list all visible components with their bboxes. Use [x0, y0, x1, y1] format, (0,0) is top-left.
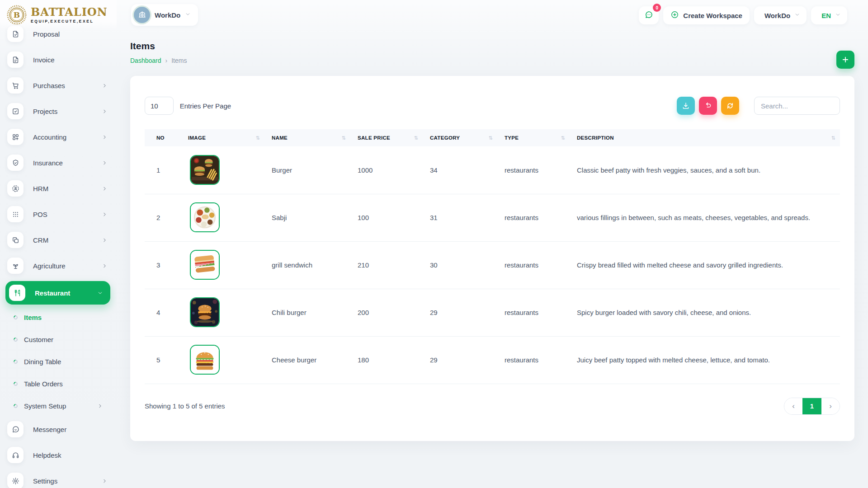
sidebar-item-label: Agriculture — [33, 262, 102, 270]
cell-type: restaurants — [497, 336, 570, 384]
item-image — [190, 250, 220, 280]
plus-circle-icon — [670, 10, 679, 20]
restaurant-icon — [9, 285, 25, 301]
table-footer: Showing 1 to 5 of 5 entries ‹ 1 › — [145, 398, 840, 415]
sidebar-item-purchases[interactable]: Purchases — [7, 75, 109, 96]
export-button[interactable] — [677, 97, 695, 115]
purchases-icon — [7, 77, 24, 94]
column-header-sale-price[interactable]: SALE PRICE⇅ — [350, 129, 423, 146]
bullet-icon — [13, 337, 19, 343]
topbar-actions: 0 Create Workspace WorkDo EN — [639, 6, 847, 24]
table-row: 4Chili burger20029restaurantsSpicy burge… — [145, 289, 840, 336]
items-card: 10 Entries Per Page NOIMAGE⇅NAME⇅SALE PR… — [130, 76, 854, 441]
cell-description: Spicy burger loaded with savory chili, c… — [570, 289, 840, 336]
search-input[interactable] — [754, 97, 840, 115]
pagination-page-1[interactable]: 1 — [802, 398, 821, 414]
workspace-avatar — [134, 7, 150, 23]
sidebar-item-accounting[interactable]: Accounting — [7, 127, 109, 147]
entries-value: 10 — [151, 102, 158, 110]
column-header-description[interactable]: DESCRIPTION⇅ — [570, 129, 840, 146]
refresh-button[interactable] — [721, 97, 739, 115]
create-workspace-button[interactable]: Create Workspace — [663, 6, 750, 24]
cell-type: restaurants — [497, 146, 570, 194]
sidebar-item-invoice[interactable]: Invoice — [7, 49, 109, 70]
settings-icon — [7, 473, 24, 488]
workdo-menu-label: WorkDo — [764, 12, 790, 19]
chevron-right-icon — [102, 211, 108, 217]
column-label: IMAGE — [188, 135, 206, 141]
sidebar-item-helpdesk[interactable]: Helpdesk — [7, 445, 109, 465]
sidebar-item-system-setup[interactable]: System Setup — [14, 397, 105, 415]
sidebar: B BATTALION EQUIP,EXECUTE,EXEL ProposalI… — [0, 0, 117, 488]
sidebar-item-label: Purchases — [33, 82, 102, 89]
undo-icon — [704, 102, 712, 110]
column-header-image[interactable]: IMAGE⇅ — [181, 129, 264, 146]
breadcrumb-current: Items — [171, 57, 187, 64]
insurance-icon — [7, 155, 24, 171]
sidebar-item-table-orders[interactable]: Table Orders — [14, 375, 105, 393]
workspace-label: WorkDo — [155, 11, 180, 19]
table-header: NOIMAGE⇅NAME⇅SALE PRICE⇅CATEGORY⇅TYPE⇅DE… — [145, 129, 840, 146]
column-header-category[interactable]: CATEGORY⇅ — [423, 129, 497, 146]
breadcrumb: Dashboard › Items — [130, 57, 854, 64]
crm-icon — [7, 232, 24, 248]
table-row: 2Sabji10031restaurantsvarious fillings i… — [145, 194, 840, 241]
sidebar-item-hrm[interactable]: HRM — [7, 178, 109, 199]
item-image — [190, 155, 220, 185]
sidebar-item-pos[interactable]: POS — [7, 204, 109, 225]
items-table: NOIMAGE⇅NAME⇅SALE PRICE⇅CATEGORY⇅TYPE⇅DE… — [145, 129, 840, 384]
workdo-apps-menu[interactable]: WorkDo — [754, 6, 807, 24]
item-image — [190, 297, 220, 327]
cell-category: 29 — [423, 336, 497, 384]
bullet-icon — [13, 359, 19, 365]
sidebar-item-label: CRM — [33, 236, 102, 244]
chevron-right-icon — [102, 160, 108, 166]
undo-button[interactable] — [699, 97, 717, 115]
add-item-button[interactable] — [836, 51, 854, 69]
sort-icon: ⇅ — [488, 135, 493, 141]
cell-description: Juicy beef patty topped with melted chee… — [570, 336, 840, 384]
workspace-switcher[interactable]: WorkDo — [131, 4, 198, 26]
projects-icon — [7, 103, 24, 119]
helpdesk-icon — [7, 447, 24, 463]
brand-logo[interactable]: B BATTALION EQUIP,EXECUTE,EXEL — [0, 0, 117, 30]
chevron-down-icon — [97, 290, 103, 296]
sidebar-item-dining-table[interactable]: Dining Table — [14, 352, 105, 371]
messenger-icon — [7, 421, 24, 437]
sidebar-item-label: Projects — [33, 108, 102, 115]
column-header-type[interactable]: TYPE⇅ — [497, 129, 570, 146]
plus-icon — [841, 56, 849, 64]
chevron-right-icon — [102, 186, 108, 192]
language-selector[interactable]: EN — [811, 6, 847, 24]
item-image — [190, 345, 220, 375]
download-icon — [682, 102, 690, 110]
column-label: SALE PRICE — [358, 135, 390, 141]
sidebar-item-items[interactable]: Items — [14, 308, 105, 326]
cell-description: Crispy bread filled with melted cheese a… — [570, 241, 840, 289]
sidebar-item-restaurant[interactable]: Restaurant — [5, 281, 110, 305]
hrm-icon — [7, 180, 24, 197]
sidebar-item-messenger[interactable]: Messenger — [7, 419, 109, 440]
column-header-name[interactable]: NAME⇅ — [264, 129, 350, 146]
pagination-prev-button[interactable]: ‹ — [784, 398, 802, 414]
app-root: B BATTALION EQUIP,EXECUTE,EXEL ProposalI… — [0, 0, 868, 488]
messages-button[interactable]: 0 — [639, 6, 659, 24]
sidebar-item-agriculture[interactable]: Agriculture — [7, 255, 109, 276]
sidebar-item-projects[interactable]: Projects — [7, 101, 109, 122]
sidebar-item-customer[interactable]: Customer — [14, 330, 105, 348]
sidebar-item-settings[interactable]: Settings — [7, 470, 109, 488]
cell-sale-price: 1000 — [350, 146, 423, 194]
cell-description: Classic beef patty with fresh veggies, s… — [570, 146, 840, 194]
entries-per-page-select[interactable]: 10 — [145, 97, 174, 115]
agriculture-icon — [7, 258, 24, 274]
sidebar-item-insurance[interactable]: Insurance — [7, 152, 109, 173]
column-label: NO — [156, 135, 165, 141]
page-title: Items — [130, 41, 854, 52]
cell-type: restaurants — [497, 241, 570, 289]
sort-icon: ⇅ — [255, 135, 260, 141]
column-label: TYPE — [505, 135, 519, 141]
sidebar-item-label: POS — [33, 211, 102, 218]
sidebar-item-crm[interactable]: CRM — [7, 230, 109, 250]
pagination-next-button[interactable]: › — [821, 398, 840, 414]
breadcrumb-dashboard-link[interactable]: Dashboard — [130, 57, 161, 64]
